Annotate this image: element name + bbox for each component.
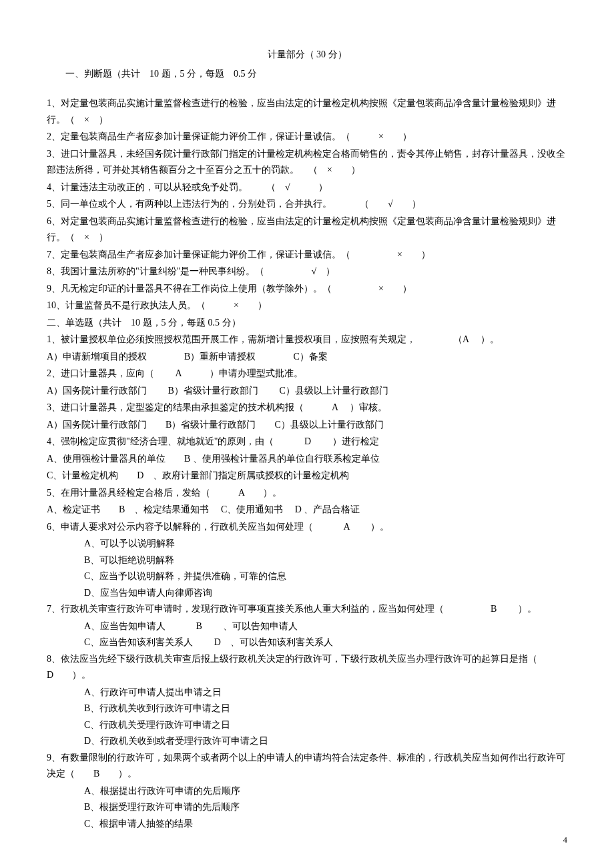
s2-q6-a: A、可以予以说明解释 <box>47 536 567 552</box>
s2-q8-d: D、行政机关收到或者受理行政许可申请之日 <box>47 733 567 750</box>
s1-q6: 6、对定量包装商品实施计量监督检查进行的检验，应当由法定的计量检定机构按照《定量… <box>47 213 567 246</box>
s1-q3: 3、进口计量器具，未经国务院计量行政部门指定的计量检定机构检定合格而销售的，责令… <box>47 146 567 179</box>
s1-q2: 2、定量包装商品生产者应参加计量保证能力评价工作，保证计量诚信。（ × ） <box>47 129 567 145</box>
s2-q1: 1、被计量授权单位必须按照授权范围开展工作，需新增计量授权项目，应按照有关规定，… <box>47 332 567 348</box>
s2-q5: 5、在用计量器具经检定合格后，发给（ A ）。 <box>47 485 567 502</box>
s1-q7: 7、定量包装商品生产者应参加计量保证能力评价工作，保证计量诚信。（ × ） <box>47 247 567 264</box>
s2-q7-cd: C、应当告知该利害关系人 D 、可以告知该利害关系人 <box>47 634 567 651</box>
s2-q2: 2、进口计量器具，应向（ A ）申请办理型式批准。 <box>47 366 567 382</box>
s2-q6-d: D、应当告知申请人向律师咨询 <box>47 585 567 602</box>
s2-q1-opts: A）申请新增项目的授权 B）重新申请授权 C）备案 <box>47 349 567 366</box>
section1-intro: 一、判断题（共计 10 题，5 分，每题 0.5 分 <box>47 66 567 83</box>
s1-q5: 5、同一单位或个人，有两种以上违法行为的，分别处罚，合并执行。 （ √ ） <box>47 196 567 213</box>
s2-q7-ab: A、应当告知申请人 B 、可以告知申请人 <box>47 618 567 635</box>
s2-q6-c: C、应当予以说明解释，并提供准确，可靠的信息 <box>47 568 567 585</box>
s1-q8: 8、我国计量法所称的"计量纠纷"是一种民事纠纷。（ √ ） <box>47 264 567 280</box>
s2-q9-a: A、根据提出行政许可申请的先后顺序 <box>47 783 567 800</box>
s2-q9: 9、有数量限制的行政许可，如果两个或者两个以上的申请人的申请均符合法定条件、标准… <box>47 750 567 783</box>
s2-q4-opts-a: A、使用强检计量器具的单位 B 、使用强检计量器具的单位自行联系检定单位 <box>47 451 567 468</box>
s2-q3-opts: A）国务院计量行政部门 B）省级计量行政部门 C）县级以上计量行政部门 <box>47 417 567 434</box>
s1-q9: 9、凡无检定印证的计量器具不得在工作岗位上使用（教学除外）。（ × ） <box>47 281 567 298</box>
s1-q10: 10、计量监督员不是行政执法人员。（ × ） <box>47 298 567 314</box>
s2-q8-a: A、行政许可申请人提出申请之日 <box>47 685 567 701</box>
s2-q5-opts: A、检定证书 B 、检定结果通知书 C、使用通知书 D 、产品合格证 <box>47 502 567 518</box>
s2-q4: 4、强制检定应贯彻"经济合理、就地就近"的原则，由（ D ）进行检定 <box>47 434 567 450</box>
s2-q8-c: C、行政机关受理行政许可申请之日 <box>47 717 567 734</box>
s2-q7: 7、行政机关审查行政许可申请时，发现行政许可事项直接关系他人重大利益的，应当如何… <box>47 601 567 618</box>
section2-intro: 二、单选题（共计 10 题，5 分，每题 0.5 分） <box>47 315 567 332</box>
page-number: 4 <box>563 833 568 848</box>
document-title: 计量部分（ 30 分） <box>47 47 567 63</box>
s2-q3: 3、进口计量器具，定型鉴定的结果由承担鉴定的技术机构报（ A ）审核。 <box>47 400 567 416</box>
s2-q6-b: B、可以拒绝说明解释 <box>47 552 567 569</box>
s1-q1: 1、对定量包装商品实施计量监督检查进行的检验，应当由法定的计量检定机构按照《定量… <box>47 95 567 128</box>
s2-q6: 6、申请人要求对公示内容予以解释的，行政机关应当如何处理（ A ）。 <box>47 519 567 536</box>
s2-q8: 8、依法应当先经下级行政机关审查后报上级行政机关决定的行政许可，下级行政机关应当… <box>47 651 567 684</box>
s2-q9-c: C、根据申请人抽签的结果 <box>47 816 567 833</box>
s2-q9-b: B、根据受理行政许可申请的先后顺序 <box>47 799 567 816</box>
s2-q2-opts: A）国务院计量行政部门 B）省级计量行政部门 C）县级以上计量行政部门 <box>47 383 567 400</box>
s1-q4: 4、计量违法主动改正的，可以从轻或免予处罚。 （ √ ） <box>47 179 567 196</box>
s2-q4-opts-b: C、计量检定机构 D 、政府计量部门指定所属或授权的计量检定机构 <box>47 468 567 484</box>
s2-q8-b: B、行政机关收到行政许可申请之日 <box>47 701 567 717</box>
